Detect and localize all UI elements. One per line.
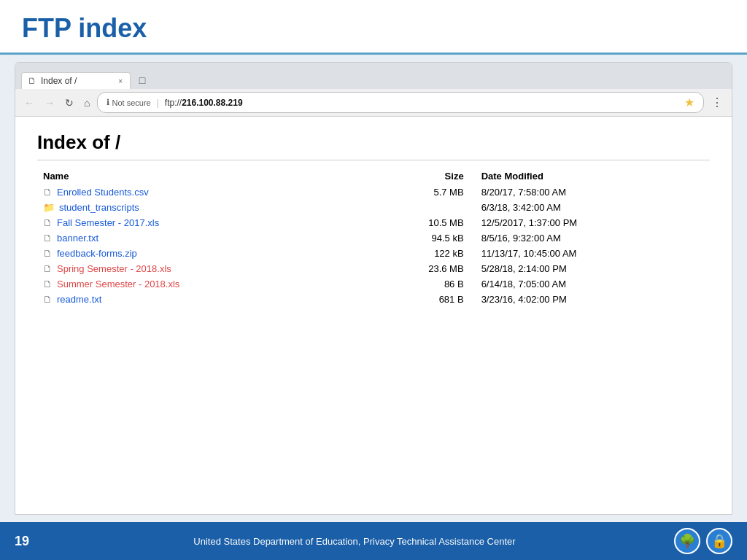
- file-size: [360, 200, 476, 215]
- slide-footer: 19 United States Department of Education…: [0, 522, 747, 560]
- url-display: ftp://216.100.88.219: [165, 98, 243, 108]
- file-name-cell: 🗋Spring Semester - 2018.xls: [37, 261, 360, 276]
- file-date: 5/28/18, 2:14:00 PM: [476, 261, 710, 276]
- slide-header: FTP index: [0, 0, 747, 55]
- tab-close-button[interactable]: ×: [118, 77, 123, 85]
- address-separator: |: [157, 98, 159, 108]
- table-row: 📁student_transcripts6/3/18, 3:42:00 AM: [37, 200, 710, 215]
- file-name: Summer Semester - 2018.xls: [57, 279, 179, 289]
- browser-window: 🗋 Index of / × □ ← → ↻ ⌂ ℹ Not secure | …: [15, 62, 732, 515]
- file-date: 3/23/16, 4:02:00 PM: [476, 292, 710, 307]
- file-date: 6/3/18, 3:42:00 AM: [476, 200, 710, 215]
- file-link[interactable]: 🗋Fall Semester - 2017.xls: [43, 217, 355, 228]
- file-date: 8/5/16, 9:32:00 AM: [476, 230, 710, 246]
- file-table: Name Size Date Modified 🗋Enrolled Studen…: [37, 168, 710, 307]
- file-date: 8/20/17, 7:58:00 AM: [476, 184, 710, 200]
- address-bar-row: ← → ↻ ⌂ ℹ Not secure | ftp://216.100.88.…: [15, 89, 732, 117]
- slide-body: 🗋 Index of / × □ ← → ↻ ⌂ ℹ Not secure | …: [0, 55, 747, 522]
- file-icon: 🗋: [43, 279, 53, 289]
- new-tab-button[interactable]: □: [133, 71, 151, 89]
- file-icon: 🗋: [43, 233, 53, 244]
- tab-label: Index of /: [41, 76, 77, 86]
- file-name: banner.txt: [57, 233, 98, 244]
- file-size: 122 kB: [360, 246, 476, 261]
- page-heading: Index of /: [37, 131, 710, 160]
- file-link[interactable]: 🗋feedback-forms.zip: [43, 248, 355, 259]
- page-content: Index of / Name Size Date Modified 🗋Enro…: [15, 117, 732, 514]
- file-name-cell: 🗋Fall Semester - 2017.xls: [37, 215, 360, 230]
- file-name-cell: 🗋readme.txt: [37, 292, 360, 307]
- table-row: 🗋Spring Semester - 2018.xls23.6 MB5/28/1…: [37, 261, 710, 276]
- folder-icon: 📁: [43, 202, 55, 213]
- file-icon: 🗋: [43, 248, 53, 259]
- file-name-cell: 🗋banner.txt: [37, 230, 360, 246]
- file-name-cell: 🗋Enrolled Students.csv: [37, 184, 360, 200]
- file-size: 23.6 MB: [360, 261, 476, 276]
- file-link[interactable]: 🗋banner.txt: [43, 233, 355, 244]
- file-size: 86 B: [360, 276, 476, 292]
- file-icon: 🗋: [43, 294, 53, 305]
- file-link[interactable]: 📁student_transcripts: [43, 202, 355, 213]
- col-size-header: Size: [360, 168, 476, 184]
- col-date-header: Date Modified: [476, 168, 710, 184]
- file-icon: 🗋: [43, 217, 53, 228]
- file-link[interactable]: 🗋Summer Semester - 2018.xls: [43, 279, 355, 289]
- col-name-header: Name: [37, 168, 360, 184]
- forward-button[interactable]: →: [42, 96, 58, 110]
- browser-menu-button[interactable]: ⋮: [708, 94, 726, 111]
- file-size: 681 B: [360, 292, 476, 307]
- file-name: student_transcripts: [59, 202, 139, 213]
- home-button[interactable]: ⌂: [81, 96, 93, 110]
- file-name: feedback-forms.zip: [57, 248, 137, 259]
- page-number: 19: [15, 534, 35, 549]
- back-button[interactable]: ←: [21, 96, 37, 110]
- table-row: 🗋Fall Semester - 2017.xls10.5 MB12/5/201…: [37, 215, 710, 230]
- file-name: Fall Semester - 2017.xls: [57, 217, 159, 228]
- file-icon: 🗋: [43, 187, 53, 198]
- logo-tree: 🌳: [674, 528, 700, 554]
- not-secure-label: Not secure: [112, 98, 150, 107]
- table-row: 🗋banner.txt94.5 kB8/5/16, 9:32:00 AM: [37, 230, 710, 246]
- file-name: Spring Semester - 2018.xls: [57, 263, 171, 274]
- file-name-cell: 🗋Summer Semester - 2018.xls: [37, 276, 360, 292]
- file-name: readme.txt: [57, 294, 101, 305]
- not-secure-badge: ℹ Not secure: [107, 98, 150, 107]
- file-size: 94.5 kB: [360, 230, 476, 246]
- slide-title: FTP index: [22, 13, 725, 44]
- table-row: 🗋Enrolled Students.csv5.7 MB8/20/17, 7:5…: [37, 184, 710, 200]
- tab-page-icon: 🗋: [28, 76, 36, 86]
- logo-lock: 🔒: [706, 528, 732, 554]
- file-size: 10.5 MB: [360, 215, 476, 230]
- tab-bar: 🗋 Index of / × □: [15, 63, 732, 89]
- info-icon: ℹ: [107, 98, 109, 107]
- table-row: 🗋feedback-forms.zip122 kB11/13/17, 10:45…: [37, 246, 710, 261]
- table-row: 🗋Summer Semester - 2018.xls86 B6/14/18, …: [37, 276, 710, 292]
- file-name-cell: 🗋feedback-forms.zip: [37, 246, 360, 261]
- refresh-button[interactable]: ↻: [62, 96, 77, 110]
- bookmark-star-icon[interactable]: ★: [684, 96, 694, 109]
- footer-logos: 🌳 🔒: [674, 528, 732, 554]
- browser-tab[interactable]: 🗋 Index of / ×: [21, 72, 131, 89]
- file-date: 11/13/17, 10:45:00 AM: [476, 246, 710, 261]
- file-name-cell: 📁student_transcripts: [37, 200, 360, 215]
- address-field[interactable]: ℹ Not secure | ftp://216.100.88.219 ★: [97, 92, 704, 113]
- file-date: 12/5/2017, 1:37:00 PM: [476, 215, 710, 230]
- file-link[interactable]: 🗋Enrolled Students.csv: [43, 187, 355, 198]
- footer-text: United States Department of Education, P…: [47, 536, 662, 547]
- file-link[interactable]: 🗋readme.txt: [43, 294, 355, 305]
- file-date: 6/14/18, 7:05:00 AM: [476, 276, 710, 292]
- table-row: 🗋readme.txt681 B3/23/16, 4:02:00 PM: [37, 292, 710, 307]
- table-header-row: Name Size Date Modified: [37, 168, 710, 184]
- file-size: 5.7 MB: [360, 184, 476, 200]
- file-name: Enrolled Students.csv: [57, 187, 149, 198]
- url-host: 216.100.88.219: [182, 98, 242, 108]
- file-link[interactable]: 🗋Spring Semester - 2018.xls: [43, 263, 355, 274]
- file-icon: 🗋: [43, 263, 53, 274]
